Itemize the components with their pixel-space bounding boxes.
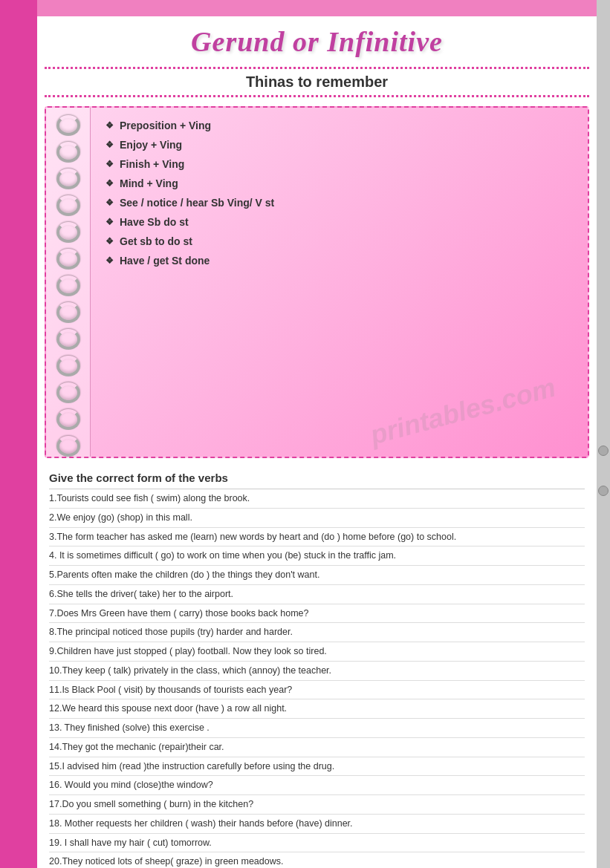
exercise-line: 14.They got the mechanic (repair)their c… xyxy=(49,738,585,757)
notebook-content: Preposition + VingEnjoy + VingFinish + V… xyxy=(91,108,588,457)
bullet-item: Preposition + Ving xyxy=(106,120,576,131)
binding-circle-top xyxy=(598,446,609,456)
exercise-line: 9.Children have just stopped ( play) foo… xyxy=(49,642,585,662)
exercise-line: 13. They finished (solve) this exercise … xyxy=(49,719,585,738)
spiral-ring xyxy=(56,275,80,296)
spiral-ring xyxy=(56,382,80,403)
things-to-remember-section: Thinas to remember xyxy=(45,67,589,97)
spiral-ring xyxy=(56,169,80,189)
top-bar xyxy=(37,0,597,16)
exercise-line: 4. It is sometimes difficult ( go) to wo… xyxy=(49,546,585,566)
exercise-line: 2.We enjoy (go) (shop) in this mall. xyxy=(49,509,585,528)
bullet-item: See / notice / hear Sb Ving/ V st xyxy=(106,197,576,209)
exercise-section: Give the correct form of the verbs 1.Tou… xyxy=(37,464,597,868)
spiral-ring xyxy=(56,222,80,243)
page-title: Gerund or Infinitive xyxy=(52,25,582,58)
exercise-line: 18. Mother requests her children ( wash)… xyxy=(49,815,585,834)
bullet-item: Have Sb do st xyxy=(106,216,576,228)
right-sidebar xyxy=(597,0,610,868)
exercise-line: 11.Is Black Pool ( visit) by thousands o… xyxy=(49,681,585,700)
left-sidebar xyxy=(0,0,37,868)
main-content: Gerund or Infinitive Thinas to remember … xyxy=(37,0,597,868)
exercise-line: 12.We heard this spouse next door (have … xyxy=(49,699,585,719)
bullet-list: Preposition + VingEnjoy + VingFinish + V… xyxy=(106,120,576,267)
exercise-line: 5.Parents often make the children (do ) … xyxy=(49,566,585,585)
spiral-ring xyxy=(56,115,80,136)
bullet-item: Finish + Ving xyxy=(106,158,576,170)
binding-circle-bottom xyxy=(598,486,609,496)
bullet-item: Mind + Ving xyxy=(106,177,576,189)
title-section: Gerund or Infinitive xyxy=(37,16,597,64)
spiral-ring xyxy=(56,409,80,430)
exercise-line: 6.She tells the driver( take) her to the… xyxy=(49,585,585,604)
spiral-ring xyxy=(56,142,80,163)
rings-column xyxy=(46,108,91,457)
bullet-item: Enjoy + Ving xyxy=(106,139,576,151)
exercise-line: 10.They keep ( talk) privately in the cl… xyxy=(49,662,585,681)
spiral-ring xyxy=(56,249,80,270)
spiral-ring xyxy=(56,195,80,216)
spiral-ring xyxy=(56,356,80,376)
spiral-ring xyxy=(56,302,80,323)
exercise-line: 7.Does Mrs Green have them ( carry) thos… xyxy=(49,604,585,624)
exercise-title: Give the correct form of the verbs xyxy=(49,471,585,484)
notebook-section: Preposition + VingEnjoy + VingFinish + V… xyxy=(45,106,589,458)
spiral-ring xyxy=(56,436,80,457)
exercise-line: 19. I shall have my hair ( cut) tomorrow… xyxy=(49,834,585,853)
exercise-line: 3.The form teacher has asked me (learn) … xyxy=(49,528,585,547)
exercise-line: 16. Would you mind (close)the window? xyxy=(49,776,585,795)
exercise-line: 20.They noticed lots of sheep( graze) in… xyxy=(49,852,585,868)
exercise-line: 1.Tourists could see fish ( swim) along … xyxy=(49,489,585,509)
bullet-item: Have / get St done xyxy=(106,255,576,267)
exercise-lines: 1.Tourists could see fish ( swim) along … xyxy=(49,489,585,868)
spiral-ring xyxy=(56,329,80,350)
bullet-item: Get sb to do st xyxy=(106,235,576,247)
exercise-line: 15.I advised him (read )the instruction … xyxy=(49,757,585,777)
exercise-line: 17.Do you smell something ( burn) in the… xyxy=(49,795,585,815)
exercise-line: 8.The principal noticed those pupils (tr… xyxy=(49,623,585,642)
things-to-remember-label: Thinas to remember xyxy=(45,74,589,91)
